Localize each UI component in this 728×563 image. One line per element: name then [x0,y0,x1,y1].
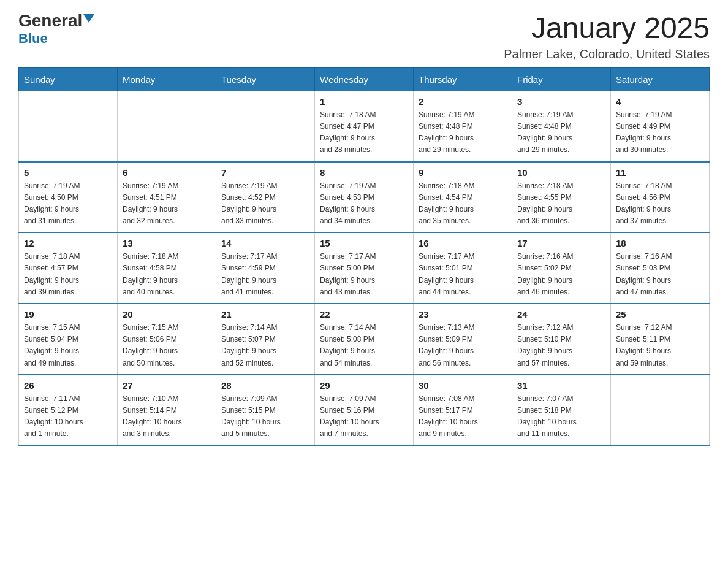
calendar-table: SundayMondayTuesdayWednesdayThursdayFrid… [18,67,710,446]
day-info: Sunrise: 7:19 AMSunset: 4:48 PMDaylight:… [517,109,605,156]
calendar-cell: 14Sunrise: 7:17 AMSunset: 4:59 PMDayligh… [216,232,315,304]
calendar-cell: 6Sunrise: 7:19 AMSunset: 4:51 PMDaylight… [118,162,216,233]
day-number: 17 [517,238,605,248]
day-info: Sunrise: 7:19 AMSunset: 4:49 PMDaylight:… [616,109,704,156]
day-number: 1 [320,96,408,107]
calendar-cell: 16Sunrise: 7:17 AMSunset: 5:01 PMDayligh… [414,232,512,304]
day-info: Sunrise: 7:16 AMSunset: 5:02 PMDaylight:… [517,251,605,298]
day-number: 16 [419,238,507,248]
day-info: Sunrise: 7:19 AMSunset: 4:50 PMDaylight:… [24,180,112,228]
day-number: 30 [419,380,507,391]
day-number: 14 [221,238,309,248]
calendar-cell [19,91,118,161]
day-number: 24 [517,309,605,320]
calendar-week-row: 26Sunrise: 7:11 AMSunset: 5:12 PMDayligh… [19,375,710,446]
day-info: Sunrise: 7:19 AMSunset: 4:51 PMDaylight:… [123,180,211,228]
calendar-cell: 17Sunrise: 7:16 AMSunset: 5:02 PMDayligh… [512,232,611,304]
day-number: 15 [320,238,408,248]
day-info: Sunrise: 7:17 AMSunset: 5:00 PMDaylight:… [320,251,408,298]
calendar-cell: 8Sunrise: 7:19 AMSunset: 4:53 PMDaylight… [315,162,414,233]
calendar-cell: 7Sunrise: 7:19 AMSunset: 4:52 PMDaylight… [216,162,315,233]
day-number: 2 [419,96,507,107]
day-number: 8 [320,167,408,178]
calendar-header-row: SundayMondayTuesdayWednesdayThursdayFrid… [19,67,710,91]
day-info: Sunrise: 7:18 AMSunset: 4:57 PMDaylight:… [24,251,112,298]
month-title: January 2025 [504,12,710,45]
location: Palmer Lake, Colorado, United States [504,47,710,61]
day-number: 20 [123,309,211,320]
calendar-cell: 1Sunrise: 7:18 AMSunset: 4:47 PMDaylight… [315,91,414,161]
calendar-cell: 29Sunrise: 7:09 AMSunset: 5:16 PMDayligh… [315,375,414,446]
day-number: 21 [221,309,309,320]
calendar-header-wednesday: Wednesday [315,67,414,91]
day-info: Sunrise: 7:09 AMSunset: 5:16 PMDaylight:… [320,393,408,440]
day-info: Sunrise: 7:16 AMSunset: 5:03 PMDaylight:… [616,251,704,298]
calendar-header-friday: Friday [512,67,611,91]
day-number: 4 [616,96,704,107]
day-info: Sunrise: 7:17 AMSunset: 5:01 PMDaylight:… [419,251,507,298]
day-info: Sunrise: 7:14 AMSunset: 5:07 PMDaylight:… [221,322,309,369]
day-info: Sunrise: 7:12 AMSunset: 5:11 PMDaylight:… [616,322,704,369]
day-number: 10 [517,167,605,178]
calendar-header-tuesday: Tuesday [216,67,315,91]
calendar-week-row: 19Sunrise: 7:15 AMSunset: 5:04 PMDayligh… [19,304,710,375]
day-info: Sunrise: 7:15 AMSunset: 5:06 PMDaylight:… [123,322,211,369]
day-info: Sunrise: 7:13 AMSunset: 5:09 PMDaylight:… [419,322,507,369]
day-number: 6 [123,167,211,178]
day-info: Sunrise: 7:19 AMSunset: 4:53 PMDaylight:… [320,180,408,228]
day-info: Sunrise: 7:08 AMSunset: 5:17 PMDaylight:… [419,393,507,440]
calendar-cell: 10Sunrise: 7:18 AMSunset: 4:55 PMDayligh… [512,162,611,233]
calendar-cell: 5Sunrise: 7:19 AMSunset: 4:50 PMDaylight… [19,162,118,233]
day-info: Sunrise: 7:07 AMSunset: 5:18 PMDaylight:… [517,393,605,440]
day-info: Sunrise: 7:19 AMSunset: 4:48 PMDaylight:… [419,109,507,156]
calendar-cell: 19Sunrise: 7:15 AMSunset: 5:04 PMDayligh… [19,304,118,375]
calendar-cell: 20Sunrise: 7:15 AMSunset: 5:06 PMDayligh… [118,304,216,375]
day-number: 18 [616,238,704,248]
calendar-cell: 15Sunrise: 7:17 AMSunset: 5:00 PMDayligh… [315,232,414,304]
calendar-cell: 30Sunrise: 7:08 AMSunset: 5:17 PMDayligh… [414,375,512,446]
calendar-cell: 12Sunrise: 7:18 AMSunset: 4:57 PMDayligh… [19,232,118,304]
calendar-header-thursday: Thursday [414,67,512,91]
day-info: Sunrise: 7:19 AMSunset: 4:52 PMDaylight:… [221,180,309,228]
calendar-header-sunday: Sunday [19,67,118,91]
page-header: General Blue January 2025 Palmer Lake, C… [18,12,710,61]
calendar-cell [611,375,710,446]
logo-general: General [18,12,82,29]
day-number: 9 [419,167,507,178]
calendar-cell: 18Sunrise: 7:16 AMSunset: 5:03 PMDayligh… [611,232,710,304]
day-info: Sunrise: 7:09 AMSunset: 5:15 PMDaylight:… [221,393,309,440]
calendar-cell: 24Sunrise: 7:12 AMSunset: 5:10 PMDayligh… [512,304,611,375]
calendar-week-row: 1Sunrise: 7:18 AMSunset: 4:47 PMDaylight… [19,91,710,161]
day-info: Sunrise: 7:11 AMSunset: 5:12 PMDaylight:… [24,393,112,440]
calendar-cell: 28Sunrise: 7:09 AMSunset: 5:15 PMDayligh… [216,375,315,446]
day-info: Sunrise: 7:15 AMSunset: 5:04 PMDaylight:… [24,322,112,369]
calendar-cell [216,91,315,161]
logo-blue: Blue [18,31,48,47]
calendar-week-row: 12Sunrise: 7:18 AMSunset: 4:57 PMDayligh… [19,232,710,304]
calendar-cell: 3Sunrise: 7:19 AMSunset: 4:48 PMDaylight… [512,91,611,161]
calendar-cell: 9Sunrise: 7:18 AMSunset: 4:54 PMDaylight… [414,162,512,233]
day-number: 12 [24,238,112,248]
day-info: Sunrise: 7:18 AMSunset: 4:58 PMDaylight:… [123,251,211,298]
day-number: 26 [24,380,112,391]
calendar-cell: 27Sunrise: 7:10 AMSunset: 5:14 PMDayligh… [118,375,216,446]
day-number: 27 [123,380,211,391]
calendar-cell: 23Sunrise: 7:13 AMSunset: 5:09 PMDayligh… [414,304,512,375]
day-number: 5 [24,167,112,178]
day-number: 28 [221,380,309,391]
day-info: Sunrise: 7:17 AMSunset: 4:59 PMDaylight:… [221,251,309,298]
day-number: 25 [616,309,704,320]
day-info: Sunrise: 7:18 AMSunset: 4:54 PMDaylight:… [419,180,507,228]
calendar-cell: 31Sunrise: 7:07 AMSunset: 5:18 PMDayligh… [512,375,611,446]
calendar-header-saturday: Saturday [611,67,710,91]
calendar-cell: 26Sunrise: 7:11 AMSunset: 5:12 PMDayligh… [19,375,118,446]
calendar-cell: 25Sunrise: 7:12 AMSunset: 5:11 PMDayligh… [611,304,710,375]
day-info: Sunrise: 7:12 AMSunset: 5:10 PMDaylight:… [517,322,605,369]
calendar-cell: 22Sunrise: 7:14 AMSunset: 5:08 PMDayligh… [315,304,414,375]
calendar-cell: 11Sunrise: 7:18 AMSunset: 4:56 PMDayligh… [611,162,710,233]
calendar-header-monday: Monday [118,67,216,91]
logo-arrow-icon [83,14,94,23]
calendar-cell: 13Sunrise: 7:18 AMSunset: 4:58 PMDayligh… [118,232,216,304]
calendar-cell: 4Sunrise: 7:19 AMSunset: 4:49 PMDaylight… [611,91,710,161]
day-number: 23 [419,309,507,320]
